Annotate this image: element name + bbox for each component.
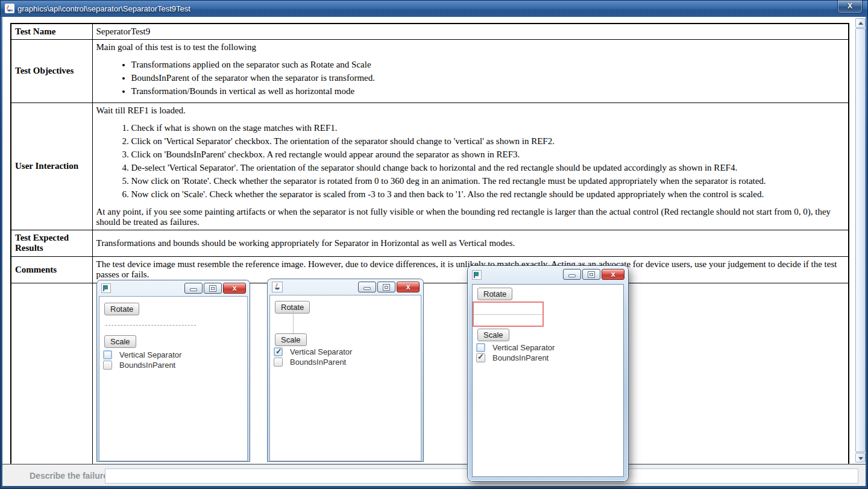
test-app-window[interactable]: x Rotate Scale Vertical Separator ✓ Boun… xyxy=(468,266,628,481)
main-window: graphics\api\control\separator\Separator… xyxy=(0,0,868,489)
stage-icon xyxy=(472,270,482,280)
maximize-icon xyxy=(204,283,222,294)
content-area: Test Name SeperatorTest9 Test Objectives… xyxy=(2,17,866,486)
list-item: Transformations applied on the separator… xyxy=(131,60,845,70)
ref2-client-area: Rotate Scale ✓ Vertical Separator Bounds… xyxy=(269,295,421,461)
objectives-list: Transformations applied on the separator… xyxy=(96,60,845,96)
row-header: User Interaction xyxy=(11,103,92,230)
scroll-up-button[interactable] xyxy=(855,18,866,28)
stage-icon xyxy=(101,283,111,293)
ref1-client-area: Rotate Scale Vertical Separator BoundsIn… xyxy=(99,296,248,461)
minimize-button[interactable] xyxy=(563,269,581,280)
list-item: Check if what is shown on the stage matc… xyxy=(131,123,845,133)
close-icon: X xyxy=(848,2,852,10)
test-app-client-area: Rotate Scale Vertical Separator ✓ Bounds… xyxy=(472,284,624,477)
vertical-scrollbar[interactable] xyxy=(855,18,866,462)
rotate-button[interactable]: Rotate xyxy=(477,288,512,300)
row-header: Test Objectives xyxy=(11,39,92,103)
row-header: Test Expected Results xyxy=(11,230,92,256)
scale-button-image: Scale xyxy=(275,333,307,346)
checkbox-unchecked-icon xyxy=(476,343,485,352)
scroll-down-button[interactable] xyxy=(855,453,866,462)
row-value: Main goal of this test is to test the fo… xyxy=(92,39,849,103)
list-item: Transformation/Bounds in vertical as wel… xyxy=(131,86,845,96)
close-icon: x xyxy=(602,270,624,279)
minimize-icon xyxy=(184,283,203,294)
objectives-intro: Main goal of this test is to test the fo… xyxy=(96,42,845,52)
interaction-steps: Check if what is shown on the stage matc… xyxy=(96,123,845,200)
minimize-icon xyxy=(358,282,376,292)
list-item: Click on 'BoundsInParent' checkbox. A re… xyxy=(131,150,845,160)
arrow-down-icon xyxy=(858,457,863,460)
bounds-in-parent-rectangle xyxy=(473,301,544,327)
row-value: Transformations and bounds should be wor… xyxy=(92,230,849,256)
interaction-outro: At any point, if you see some painting a… xyxy=(96,207,845,227)
checkbox-checked-icon: ✓ xyxy=(476,353,485,362)
rotate-button-image: Rotate xyxy=(104,303,139,315)
close-button[interactable]: X xyxy=(837,1,863,13)
scale-button[interactable]: Scale xyxy=(477,329,509,341)
scrollbar-thumb[interactable] xyxy=(855,28,866,452)
title-bar[interactable]: graphics\api\control\separator\Separator… xyxy=(1,1,867,17)
checkbox-checked-icon: ✓ xyxy=(274,347,283,356)
close-button[interactable]: x xyxy=(602,269,624,280)
window-title: graphics\api\control\separator\Separator… xyxy=(17,4,190,13)
table-row: User Interaction Wait till REF1 is loade… xyxy=(11,103,849,230)
checkbox-unchecked-icon xyxy=(103,361,112,370)
table-row: Test Expected Results Transformations an… xyxy=(11,230,849,256)
maximize-icon xyxy=(377,282,395,292)
list-item: Click on 'Vertical Separator' checkbox. … xyxy=(131,136,845,147)
row-header xyxy=(11,283,92,464)
java-coffee-icon xyxy=(5,4,14,13)
row-value: Wait till REF1 is loaded. Check if what … xyxy=(92,103,849,230)
maximize-button[interactable] xyxy=(582,269,600,280)
table-row: Comments The test device image must rese… xyxy=(11,256,849,283)
list-item: BoundsInParent of the separator when the… xyxy=(131,73,845,83)
ref1-window-image: x Rotate Scale Vertical Separator Bounds… xyxy=(97,280,250,461)
vertical-separator-image xyxy=(293,311,294,335)
list-item: De-select 'Vertical Separator'. The orie… xyxy=(131,163,845,173)
ref2-titlebar: x xyxy=(268,279,423,295)
close-icon: x xyxy=(397,282,420,292)
row-header: Test Name xyxy=(11,24,92,39)
document-view: Test Name SeperatorTest9 Test Objectives… xyxy=(2,17,855,464)
scale-button-image: Scale xyxy=(104,335,136,348)
interaction-intro: Wait till REF1 is loaded. xyxy=(96,106,845,116)
table-row: Test Name SeperatorTest9 xyxy=(11,24,849,39)
maximize-icon xyxy=(588,272,594,277)
list-item: Now click on 'Scale'. Check whether the … xyxy=(131,189,845,200)
checkbox-unchecked-icon xyxy=(103,350,112,359)
minimize-icon xyxy=(569,275,575,277)
failure-panel: Describe the failure: xyxy=(2,464,866,486)
horizontal-separator-image xyxy=(105,325,196,326)
row-header: Comments xyxy=(11,256,92,283)
list-item: Now click on 'Rotate'. Check whether the… xyxy=(131,176,845,186)
checkbox-unchecked-icon xyxy=(274,358,283,367)
row-value: SeperatorTest9 xyxy=(92,24,849,39)
java-coffee-icon xyxy=(272,282,283,292)
describe-failure-label: Describe the failure: xyxy=(30,471,111,481)
test-app-titlebar[interactable]: x xyxy=(468,266,628,284)
table-row: Test Objectives Main goal of this test i… xyxy=(11,39,849,103)
close-icon: x xyxy=(223,283,246,294)
arrow-up-icon xyxy=(858,22,863,25)
ref2-window-image: x Rotate Scale ✓ Vertical Separator Boun… xyxy=(268,279,423,461)
ref1-titlebar: x xyxy=(97,280,250,296)
